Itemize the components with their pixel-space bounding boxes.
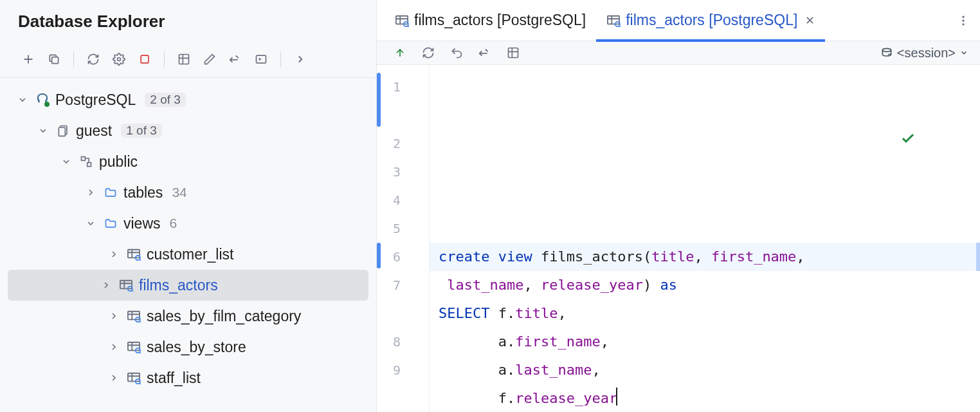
code-area[interactable]: create view films_actors(title, first_na…	[430, 65, 980, 412]
line-number: 5	[377, 214, 429, 243]
refresh-button[interactable]	[417, 41, 440, 64]
chevron-right-icon[interactable]	[84, 187, 98, 198]
count-text: 34	[172, 185, 186, 200]
count-badge: 1 of 3	[121, 124, 162, 138]
database-node[interactable]: guest 1 of 3	[0, 115, 376, 146]
database-explorer-panel: Database Explorer	[0, 0, 377, 412]
chevron-down-icon	[959, 48, 968, 57]
editor-panel: films_actors [PostgreSQL] films_actors […	[377, 0, 980, 412]
svg-rect-0	[52, 57, 59, 63]
svg-rect-22	[608, 15, 619, 24]
copy-button[interactable]	[42, 48, 66, 71]
chevron-down-icon[interactable]	[15, 95, 30, 105]
node-label: public	[99, 153, 138, 171]
count-badge: 2 of 3	[145, 93, 186, 107]
node-label: customer_list	[147, 246, 233, 263]
svg-rect-3	[179, 54, 189, 64]
expand-button[interactable]	[289, 48, 312, 71]
svg-point-24	[962, 15, 964, 17]
separator	[280, 52, 281, 67]
chevron-down-icon[interactable]	[59, 156, 73, 167]
refresh-button[interactable]	[82, 48, 105, 71]
chevron-right-icon[interactable]	[107, 373, 121, 383]
table-button[interactable]	[172, 48, 195, 71]
node-label: staff_list	[147, 370, 201, 387]
tab-films-actors-2[interactable]: films_actors [PostgreSQL] ✕	[596, 0, 825, 41]
editor-toolbar: <session>	[377, 41, 980, 65]
view-node-films-actors[interactable]: films_actors	[8, 270, 368, 301]
chevron-right-icon[interactable]	[107, 342, 121, 352]
svg-rect-8	[82, 157, 86, 161]
svg-rect-2	[141, 55, 149, 63]
svg-point-28	[882, 48, 891, 52]
tab-label: films_actors [PostgreSQL]	[626, 12, 797, 29]
tab-label: films_actors [PostgreSQL]	[414, 12, 586, 29]
database-icon	[55, 123, 71, 138]
svg-rect-18	[128, 373, 140, 382]
chevron-right-icon[interactable]	[99, 280, 113, 290]
chevron-right-icon[interactable]	[107, 311, 121, 321]
session-selector[interactable]: <session>	[880, 46, 968, 61]
view-icon	[118, 277, 134, 293]
code-content: create view films_actors(title, first_na…	[439, 214, 980, 412]
chevron-down-icon[interactable]	[36, 126, 50, 136]
more-tabs-button[interactable]	[950, 8, 976, 33]
line-number: 8	[377, 328, 429, 356]
jump-button[interactable]	[473, 41, 496, 64]
explorer-toolbar	[0, 41, 376, 78]
view-icon	[395, 14, 409, 27]
chevron-right-icon[interactable]	[107, 249, 121, 259]
code-editor[interactable]: 1 2 3 4 5 6 7 8 9 create view films_acto…	[377, 65, 980, 412]
datasource-node[interactable]: PostgreSQL 2 of 3	[0, 84, 376, 115]
svg-rect-12	[120, 281, 132, 289]
edit-button[interactable]	[198, 48, 221, 71]
tables-folder-node[interactable]: tables 34	[0, 177, 376, 208]
line-number: 9	[377, 356, 429, 384]
view-node-staff-list[interactable]: staff_list	[0, 362, 376, 393]
schema-node[interactable]: public	[0, 146, 376, 177]
line-number: 4	[377, 186, 429, 214]
svg-rect-27	[509, 48, 518, 58]
stop-button[interactable]	[133, 48, 156, 71]
svg-point-26	[962, 23, 964, 25]
node-label: sales_by_store	[147, 339, 246, 356]
view-node-sales-by-film-category[interactable]: sales_by_film_category	[0, 301, 376, 332]
svg-rect-16	[128, 342, 140, 351]
database-tree[interactable]: PostgreSQL 2 of 3 guest 1 of 3 public ta…	[0, 78, 376, 412]
line-number: 6	[377, 243, 429, 271]
commit-button[interactable]	[388, 41, 412, 64]
svg-rect-14	[128, 312, 140, 320]
view-node-customer-list[interactable]: customer_list	[0, 239, 376, 270]
add-button[interactable]	[17, 48, 40, 71]
svg-point-25	[962, 19, 964, 21]
svg-rect-10	[128, 250, 140, 258]
open-console-button[interactable]	[250, 48, 273, 71]
text-caret	[616, 388, 617, 406]
inspection-ok-icon[interactable]	[900, 74, 968, 203]
close-icon[interactable]: ✕	[805, 14, 815, 28]
chevron-down-icon[interactable]	[84, 218, 98, 229]
separator	[164, 52, 165, 67]
view-icon	[126, 339, 141, 355]
count-text: 6	[170, 216, 177, 231]
view-icon	[126, 247, 141, 262]
table-view-button[interactable]	[502, 41, 525, 64]
tab-films-actors-1[interactable]: films_actors [PostgreSQL]	[385, 0, 596, 41]
svg-rect-9	[87, 163, 91, 167]
view-node-sales-by-store[interactable]: sales_by_store	[0, 332, 376, 362]
rollback-button[interactable]	[445, 41, 468, 64]
node-label: PostgreSQL	[55, 91, 136, 109]
view-icon	[126, 308, 141, 324]
svg-point-5	[44, 102, 50, 107]
editor-tabs: films_actors [PostgreSQL] films_actors […	[377, 0, 980, 41]
session-label: <session>	[897, 46, 956, 61]
jump-to-console-button[interactable]	[224, 48, 247, 71]
settings-button[interactable]	[107, 48, 131, 71]
svg-point-1	[118, 57, 121, 61]
postgres-icon	[35, 92, 50, 108]
gutter: 1 2 3 4 5 6 7 8 9	[377, 65, 430, 412]
node-label: sales_by_film_category	[147, 308, 301, 325]
views-folder-node[interactable]: views 6	[0, 208, 376, 239]
node-label: views	[123, 215, 161, 232]
line-number: 2	[377, 129, 429, 158]
